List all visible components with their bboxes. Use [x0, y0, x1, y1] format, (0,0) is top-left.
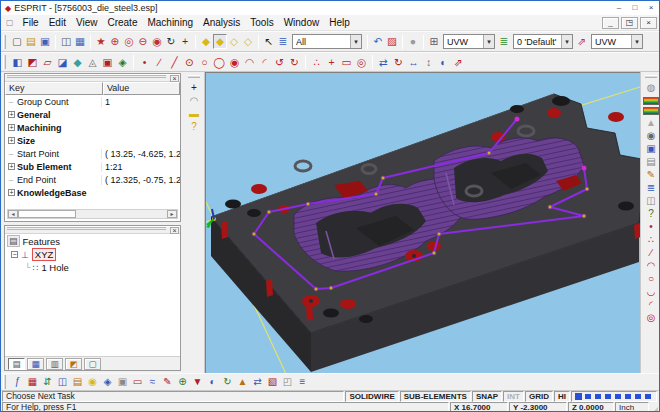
- menu-file[interactable]: File: [18, 16, 44, 30]
- context-help-icon[interactable]: ?: [643, 208, 659, 221]
- title-bar[interactable]: ◆ ESPRIT - [5756003_die_steel3.esp] –□×: [1, 1, 659, 15]
- rainbow-shade-icon[interactable]: [643, 97, 659, 105]
- close-button[interactable]: ×: [643, 2, 659, 14]
- tab-operations[interactable]: ▦: [27, 358, 44, 370]
- tab-features[interactable]: ▤: [8, 358, 25, 370]
- select-arrow-icon[interactable]: ↖: [262, 34, 276, 49]
- close-panel-icon[interactable]: ×: [170, 75, 179, 82]
- contour-icon[interactable]: ◐: [205, 375, 220, 390]
- circle-icon[interactable]: ○: [197, 55, 212, 70]
- toolbar-grip[interactable]: [3, 35, 6, 49]
- verify-icon[interactable]: ▲: [235, 375, 250, 390]
- dropdown-arrow-icon[interactable]: ▾: [483, 35, 494, 48]
- hatch-icon[interactable]: ▧: [265, 375, 280, 390]
- tree-node-xyz[interactable]: XYZ: [32, 248, 56, 261]
- tree-row[interactable]: − ⊥ XYZ: [5, 248, 180, 261]
- collapse-icon[interactable]: −: [11, 251, 18, 258]
- property-row[interactable]: +Machining: [5, 121, 180, 134]
- panel-grip[interactable]: ×: [5, 75, 180, 82]
- property-row[interactable]: +KnowledgeBase: [5, 186, 180, 199]
- rectangle-icon[interactable]: ▭: [339, 55, 354, 70]
- menu-edit[interactable]: Edit: [44, 16, 71, 30]
- save-view-icon[interactable]: ▣: [643, 143, 659, 156]
- rotate-icon[interactable]: ↻: [391, 55, 406, 70]
- menu-machining[interactable]: Machining: [142, 16, 198, 30]
- simulate-icon[interactable]: ↻: [220, 375, 235, 390]
- menu-window[interactable]: Window: [279, 16, 325, 30]
- expand-icon[interactable]: +: [8, 163, 15, 170]
- circle-3pt-icon[interactable]: ◯: [212, 55, 227, 70]
- edit-op-icon[interactable]: ✎: [160, 375, 175, 390]
- paste-operation-icon[interactable]: ▨: [385, 34, 399, 49]
- property-row[interactable]: –Start Point( 13.25, -4.625, 1.25 ): [5, 147, 180, 160]
- part-setup-icon[interactable]: ◧: [10, 55, 25, 70]
- mask-geometry-icon[interactable]: ◇: [227, 34, 241, 49]
- arc-icon[interactable]: ◠: [242, 55, 257, 70]
- expand-icon[interactable]: +: [8, 137, 15, 144]
- mask-selected-icon[interactable]: ◆: [213, 34, 227, 49]
- property-row[interactable]: –End Point( 12.325, -0.75, 1.25 ): [5, 173, 180, 186]
- smart-cursor-help-icon[interactable]: ?: [186, 121, 202, 134]
- tab-simulation[interactable]: ▢: [84, 358, 101, 370]
- part-icon[interactable]: ◈: [100, 375, 115, 390]
- scrollbar-thumb[interactable]: [18, 210, 76, 218]
- layer-stack-icon[interactable]: ≣: [643, 182, 659, 195]
- dropdown-arrow-icon[interactable]: ▾: [561, 35, 572, 48]
- dropdown-arrow-icon[interactable]: ▾: [350, 35, 361, 48]
- menu-help[interactable]: Help: [324, 16, 355, 30]
- bolt-circle-icon[interactable]: ◎: [354, 55, 369, 70]
- circle-tangent-icon[interactable]: ◉: [227, 55, 242, 70]
- turn-feature-icon[interactable]: ◬: [85, 55, 100, 70]
- fillet-icon[interactable]: ◜: [257, 55, 272, 70]
- copy-feature-icon[interactable]: ▣: [100, 55, 115, 70]
- fillet-tool-icon[interactable]: ◜: [643, 299, 659, 312]
- status-toggle-sub-elements[interactable]: SUB-ELEMENTS: [400, 391, 471, 402]
- new-file-icon[interactable]: ▢: [10, 34, 24, 49]
- work-plane-dropdown[interactable]: UVW ▾: [591, 34, 643, 49]
- toolbar-grip[interactable]: [645, 75, 657, 78]
- nc-code-icon[interactable]: ▭: [130, 375, 145, 390]
- snap-arc-icon[interactable]: ◠: [186, 95, 202, 108]
- undo-icon[interactable]: ↶: [371, 34, 385, 49]
- point-tool-icon[interactable]: •: [643, 221, 659, 234]
- snap-point-icon[interactable]: +: [186, 82, 202, 95]
- drill-icon[interactable]: ▼: [190, 375, 205, 390]
- mask-features-icon[interactable]: ◇: [241, 34, 255, 49]
- trim-icon[interactable]: ↺: [272, 55, 287, 70]
- toolbar-grip[interactable]: [3, 55, 6, 69]
- line-tool-icon[interactable]: ∕: [643, 247, 659, 260]
- select-layers-icon[interactable]: ≣: [276, 34, 290, 49]
- zoom-out-icon[interactable]: ⊖: [136, 34, 150, 49]
- notes-icon[interactable]: ▤: [643, 156, 659, 169]
- zoom-all-icon[interactable]: ◉: [150, 34, 164, 49]
- property-row[interactable]: +Size: [5, 134, 180, 147]
- status-toggle-hi[interactable]: HI: [554, 391, 570, 402]
- list-icon[interactable]: ≡: [295, 375, 310, 390]
- property-row[interactable]: –Group Count1: [5, 95, 180, 108]
- scroll-left-icon[interactable]: ◂: [8, 210, 18, 218]
- feature-properties-icon[interactable]: ◈: [115, 55, 130, 70]
- menu-create[interactable]: Create: [102, 16, 142, 30]
- layer-dropdown[interactable]: 0 'Default' ▾: [513, 34, 573, 49]
- menu-view[interactable]: View: [71, 16, 103, 30]
- property-row[interactable]: +General: [5, 108, 180, 121]
- element-filter-dropdown[interactable]: All ▾: [292, 34, 362, 49]
- zoom-in-icon[interactable]: ⊕: [108, 34, 122, 49]
- symmetry-icon[interactable]: ◐: [436, 55, 451, 70]
- panel-grip[interactable]: ×: [5, 227, 180, 234]
- swap-icon[interactable]: ⇄: [250, 375, 265, 390]
- arc-tool-icon[interactable]: ◠: [643, 260, 659, 273]
- close-panel-icon[interactable]: ×: [170, 227, 179, 234]
- line-2pt-icon[interactable]: ∕: [152, 55, 167, 70]
- point-cloud-icon[interactable]: ∴: [309, 55, 324, 70]
- isometric-view-icon[interactable]: ▲: [643, 117, 659, 130]
- rainbow-wireframe-icon[interactable]: [643, 107, 659, 115]
- stretch-icon[interactable]: ↔: [406, 55, 421, 70]
- point-icon[interactable]: •: [137, 55, 152, 70]
- status-toggle-grid[interactable]: GRID: [525, 391, 553, 402]
- annotate-icon[interactable]: ✎: [643, 169, 659, 182]
- axis-cross-icon[interactable]: +: [324, 55, 339, 70]
- status-toggle-snap[interactable]: SNAP: [472, 391, 502, 402]
- expand-icon[interactable]: +: [8, 124, 15, 131]
- arc2-tool-icon[interactable]: ◡: [643, 286, 659, 299]
